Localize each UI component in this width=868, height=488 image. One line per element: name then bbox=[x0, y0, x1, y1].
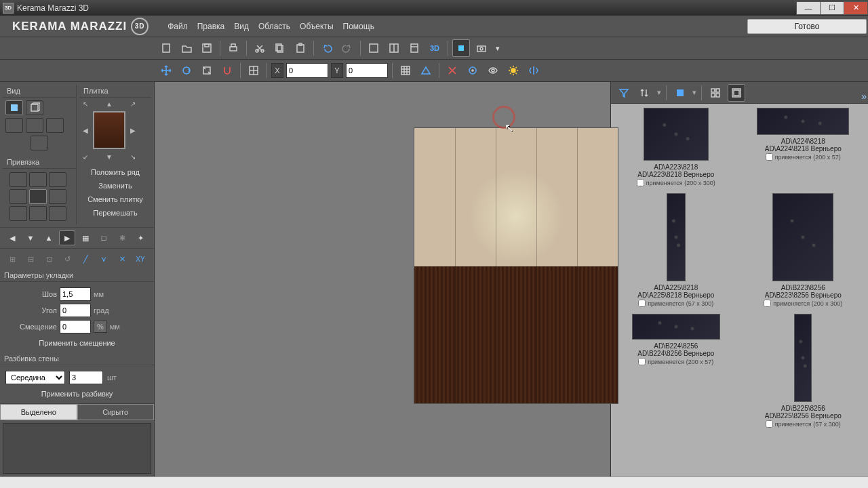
paste-icon[interactable] bbox=[292, 39, 309, 57]
grid-icon[interactable] bbox=[397, 62, 414, 79]
delete-icon[interactable] bbox=[443, 62, 461, 79]
action-shuffle[interactable]: Перемешать bbox=[79, 206, 151, 220]
tile-thumbnail[interactable] bbox=[667, 193, 686, 281]
sun-icon[interactable] bbox=[505, 62, 522, 79]
line1-icon[interactable]: ╱ bbox=[77, 251, 94, 266]
view-mode-1-icon[interactable] bbox=[365, 39, 382, 57]
anchor-mc[interactable] bbox=[29, 189, 47, 204]
tile-thumbnail[interactable] bbox=[632, 314, 720, 340]
tab-selected[interactable]: Выделено bbox=[0, 404, 77, 420]
arrow-up-icon[interactable]: ▲ bbox=[41, 230, 57, 245]
t4-icon[interactable]: ↺ bbox=[59, 251, 75, 266]
new-file-icon[interactable] bbox=[157, 39, 175, 57]
offset-pct-button[interactable]: % bbox=[94, 321, 107, 333]
anchor-tc[interactable] bbox=[29, 172, 47, 187]
star-icon[interactable]: ✱ bbox=[114, 230, 130, 245]
tool-a-icon[interactable] bbox=[452, 39, 470, 57]
tile-flip-v-icon[interactable]: ↘ bbox=[130, 153, 136, 161]
tile-card[interactable]: AD\B224\8256AD\B224\8256 Верньероприменя… bbox=[622, 314, 730, 428]
redo-icon[interactable] bbox=[338, 39, 356, 57]
view-btn-2[interactable] bbox=[26, 100, 43, 115]
offset-input[interactable] bbox=[60, 320, 91, 333]
open-file-icon[interactable] bbox=[178, 39, 195, 57]
view-btn-1[interactable] bbox=[5, 100, 23, 115]
mirror-icon[interactable] bbox=[525, 62, 542, 79]
rotate-icon[interactable] bbox=[178, 62, 195, 79]
menu-objects[interactable]: Объекты bbox=[300, 22, 334, 31]
magnet-icon[interactable] bbox=[218, 62, 236, 79]
target-icon[interactable] bbox=[464, 62, 481, 79]
tile-use-checkbox[interactable] bbox=[764, 300, 771, 307]
cut-icon[interactable] bbox=[251, 39, 269, 57]
view-btn-6[interactable] bbox=[31, 136, 48, 150]
arrow-right-icon[interactable]: ▶ bbox=[59, 230, 75, 245]
blank-icon[interactable]: □ bbox=[96, 230, 112, 245]
tile-card[interactable]: AD\A223\8218AD\A223\8218 Верньероприменя… bbox=[622, 108, 730, 186]
viewport[interactable]: ↖ bbox=[155, 82, 610, 476]
tab-hidden[interactable]: Скрыто bbox=[77, 404, 155, 420]
tile-use-checkbox[interactable] bbox=[638, 358, 646, 365]
tile-thumbnail[interactable] bbox=[772, 193, 833, 281]
view-mode-2-icon[interactable] bbox=[385, 39, 403, 57]
t3-icon[interactable]: ⊡ bbox=[41, 251, 57, 266]
tile-use-checkbox[interactable] bbox=[766, 420, 773, 428]
copy-icon[interactable] bbox=[271, 39, 289, 57]
tile-flip-h-icon[interactable]: ↙ bbox=[83, 153, 88, 161]
t1-icon[interactable]: ⊞ bbox=[4, 251, 20, 266]
tile-use-checkbox[interactable] bbox=[638, 300, 646, 307]
y-input[interactable] bbox=[346, 63, 388, 78]
xy-icon[interactable]: XY bbox=[132, 251, 149, 266]
arrow-left-icon[interactable]: ◀ bbox=[4, 230, 20, 245]
move-icon[interactable] bbox=[157, 62, 175, 79]
grid-view-icon[interactable] bbox=[707, 84, 724, 102]
sparkle-icon[interactable]: ✦ bbox=[132, 230, 149, 245]
seam-input[interactable] bbox=[60, 287, 91, 301]
x-input[interactable] bbox=[286, 63, 328, 78]
menu-view[interactable]: Вид bbox=[234, 22, 249, 31]
apply-offset-button[interactable]: Применить смещение bbox=[5, 336, 149, 350]
tile-left-icon[interactable]: ◀ bbox=[83, 127, 88, 134]
menu-help[interactable]: Помощь bbox=[343, 22, 374, 31]
view-btn-4[interactable] bbox=[26, 118, 43, 133]
anchor-tl[interactable] bbox=[9, 172, 27, 187]
tile-rotate-ccw-icon[interactable]: ↖ bbox=[83, 100, 88, 108]
maximize-button[interactable]: ☐ bbox=[820, 1, 844, 15]
tile-card[interactable]: AD\A224\8218AD\A224\8218 Верньероприменя… bbox=[749, 108, 857, 186]
menu-edit[interactable]: Правка bbox=[197, 22, 225, 31]
eye-icon[interactable] bbox=[484, 62, 502, 79]
checker-icon[interactable]: ▦ bbox=[77, 230, 94, 245]
action-lay-row[interactable]: Положить ряд bbox=[79, 165, 151, 179]
tile-up-icon[interactable]: ▲ bbox=[106, 100, 113, 108]
close-button[interactable]: ✕ bbox=[844, 1, 868, 15]
apply-split-button[interactable]: Применить разбивку bbox=[5, 387, 149, 401]
minimize-button[interactable]: — bbox=[796, 1, 821, 15]
anchor-br[interactable] bbox=[49, 206, 66, 221]
tile-card[interactable]: AD\B223\8256AD\B223\8256 Верньероприменя… bbox=[749, 193, 857, 307]
tile-thumbnail[interactable] bbox=[644, 108, 709, 161]
wall-surface[interactable] bbox=[414, 127, 618, 404]
menu-region[interactable]: Область bbox=[258, 22, 290, 31]
calculator-icon[interactable] bbox=[406, 39, 423, 57]
split-count-input[interactable] bbox=[69, 371, 103, 384]
line2-icon[interactable]: ⋎ bbox=[96, 251, 112, 266]
collapse-right-icon[interactable]: » bbox=[861, 91, 867, 102]
anchor-mr[interactable] bbox=[49, 189, 66, 204]
tile-use-checkbox[interactable] bbox=[766, 153, 773, 161]
detail-view-icon[interactable] bbox=[728, 84, 745, 102]
view-large-icon[interactable] bbox=[671, 84, 689, 102]
triangle-icon[interactable] bbox=[417, 62, 435, 79]
scale-icon[interactable] bbox=[198, 62, 216, 79]
arrow-down-icon[interactable]: ▼ bbox=[22, 230, 39, 245]
undo-icon[interactable] bbox=[318, 39, 336, 57]
filter-icon[interactable] bbox=[615, 84, 633, 102]
anchor-bc[interactable] bbox=[29, 206, 47, 221]
anchor-bl[interactable] bbox=[9, 206, 27, 221]
current-tile-thumb[interactable] bbox=[93, 111, 125, 149]
save-icon[interactable] bbox=[198, 39, 216, 57]
view-btn-5[interactable] bbox=[46, 118, 64, 133]
view-btn-3[interactable] bbox=[5, 118, 23, 133]
sort-icon[interactable] bbox=[636, 84, 654, 102]
grid-snap-icon[interactable] bbox=[245, 62, 262, 79]
tile-thumbnail[interactable] bbox=[794, 314, 812, 402]
print-icon[interactable] bbox=[224, 39, 242, 57]
